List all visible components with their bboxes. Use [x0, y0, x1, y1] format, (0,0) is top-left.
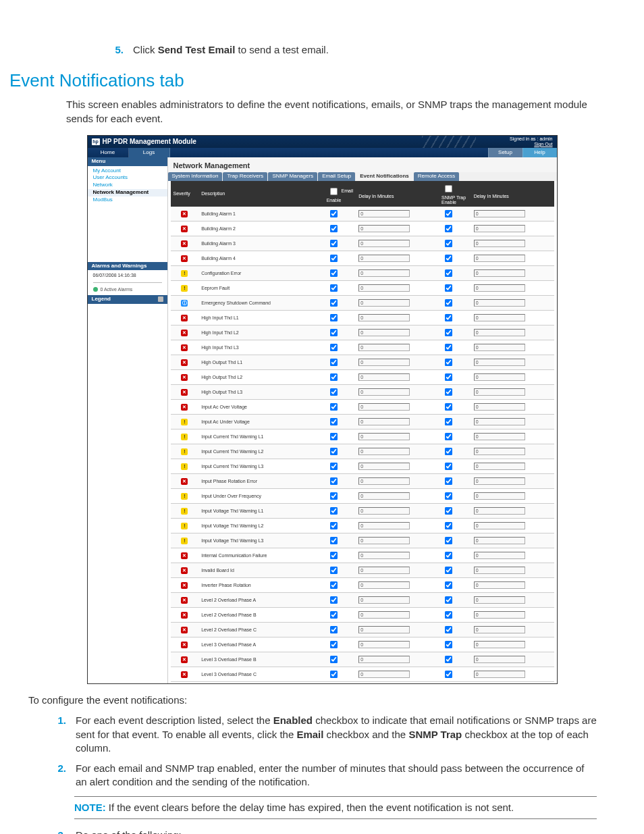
sidebar-item-network[interactable]: Network: [88, 182, 167, 189]
email-enable-checkbox[interactable]: [330, 433, 338, 440]
email-delay-input[interactable]: 0: [358, 626, 410, 633]
email-enable-checkbox[interactable]: [330, 403, 338, 411]
snmp-delay-input[interactable]: 0: [474, 537, 525, 544]
email-enable-checkbox[interactable]: [330, 373, 338, 381]
tab-help[interactable]: Help: [522, 148, 557, 157]
email-delay-input[interactable]: 0: [358, 344, 410, 351]
snmp-enable-checkbox[interactable]: [445, 225, 452, 232]
email-enable-checkbox[interactable]: [330, 240, 338, 247]
email-enable-checkbox[interactable]: [330, 388, 338, 396]
email-enable-checkbox[interactable]: [330, 507, 338, 515]
email-enable-checkbox[interactable]: [330, 626, 338, 633]
snmp-enable-checkbox[interactable]: [445, 656, 452, 663]
email-delay-input[interactable]: 0: [358, 373, 410, 381]
snmp-delay-input[interactable]: 0: [474, 344, 525, 351]
email-enable-checkbox[interactable]: [330, 344, 338, 351]
tab-setup[interactable]: Setup: [488, 148, 522, 157]
email-delay-input[interactable]: 0: [358, 507, 410, 515]
email-delay-input[interactable]: 0: [358, 596, 410, 604]
email-enable-checkbox[interactable]: [330, 656, 338, 663]
email-delay-input[interactable]: 0: [358, 448, 410, 455]
email-enable-checkbox[interactable]: [330, 448, 338, 455]
snmp-enable-checkbox[interactable]: [445, 373, 452, 381]
email-enable-checkbox[interactable]: [330, 418, 338, 425]
email-enable-checkbox[interactable]: [330, 581, 338, 589]
subtab-remote-access[interactable]: Remote Access: [414, 172, 460, 181]
snmp-delay-input[interactable]: 0: [474, 269, 525, 277]
snmp-delay-input[interactable]: 0: [474, 492, 525, 500]
email-delay-input[interactable]: 0: [358, 388, 410, 396]
email-enable-checkbox[interactable]: [330, 463, 338, 470]
email-delay-input[interactable]: 0: [358, 210, 410, 217]
email-enable-checkbox[interactable]: [330, 567, 338, 574]
snmp-enable-checkbox[interactable]: [445, 522, 452, 529]
email-enable-checkbox[interactable]: [330, 299, 338, 307]
tab-logs[interactable]: Logs: [129, 148, 170, 157]
snmp-enable-checkbox[interactable]: [445, 463, 452, 470]
snmp-delay-input[interactable]: 0: [474, 403, 525, 411]
snmp-delay-input[interactable]: 0: [474, 477, 525, 485]
email-enable-checkbox[interactable]: [330, 477, 338, 485]
email-delay-input[interactable]: 0: [358, 611, 410, 619]
snmp-delay-input[interactable]: 0: [474, 284, 525, 292]
email-enable-checkbox[interactable]: [330, 537, 338, 544]
collapse-icon[interactable]: [158, 296, 163, 302]
snmp-enable-checkbox[interactable]: [445, 596, 452, 604]
snmp-enable-checkbox[interactable]: [445, 641, 452, 648]
tab-home[interactable]: Home: [88, 148, 129, 157]
email-delay-input[interactable]: 0: [358, 255, 410, 262]
snmp-enable-checkbox[interactable]: [445, 626, 452, 633]
email-enable-checkbox[interactable]: [330, 255, 338, 262]
sidebar-item-network-mgmt[interactable]: Network Management: [88, 189, 167, 197]
snmp-delay-input[interactable]: 0: [474, 418, 525, 425]
email-delay-input[interactable]: 0: [358, 225, 410, 232]
snmp-enable-checkbox[interactable]: [445, 671, 452, 678]
snmp-delay-input[interactable]: 0: [474, 240, 525, 247]
email-enable-checkbox[interactable]: [330, 269, 338, 277]
snmp-delay-input[interactable]: 0: [474, 507, 525, 515]
email-enable-checkbox[interactable]: [330, 671, 338, 678]
snmp-delay-input[interactable]: 0: [474, 359, 525, 366]
email-delay-input[interactable]: 0: [358, 492, 410, 500]
sidebar-item-modbus[interactable]: ModBus: [88, 197, 167, 204]
email-delay-input[interactable]: 0: [358, 418, 410, 425]
email-delay-input[interactable]: 0: [358, 299, 410, 307]
snmp-enable-checkbox[interactable]: [445, 567, 452, 574]
snmp-enable-checkbox[interactable]: [445, 507, 452, 515]
email-delay-input[interactable]: 0: [358, 567, 410, 574]
email-delay-input[interactable]: 0: [358, 359, 410, 366]
snmp-delay-input[interactable]: 0: [474, 373, 525, 381]
email-delay-input[interactable]: 0: [358, 240, 410, 247]
email-enable-checkbox[interactable]: [330, 522, 338, 529]
snmp-delay-input[interactable]: 0: [474, 656, 525, 663]
snmp-delay-input[interactable]: 0: [474, 255, 525, 262]
snmp-enable-checkbox[interactable]: [445, 240, 452, 247]
snmp-enable-checkbox[interactable]: [445, 611, 452, 619]
email-enable-checkbox[interactable]: [330, 611, 338, 619]
snmp-master-checkbox[interactable]: [445, 185, 452, 192]
snmp-delay-input[interactable]: 0: [474, 314, 525, 321]
snmp-enable-checkbox[interactable]: [445, 359, 452, 366]
snmp-enable-checkbox[interactable]: [445, 492, 452, 500]
snmp-enable-checkbox[interactable]: [445, 344, 452, 351]
email-delay-input[interactable]: 0: [358, 477, 410, 485]
snmp-enable-checkbox[interactable]: [445, 329, 452, 336]
snmp-delay-input[interactable]: 0: [474, 299, 525, 307]
email-delay-input[interactable]: 0: [358, 552, 410, 559]
snmp-delay-input[interactable]: 0: [474, 522, 525, 529]
email-enable-checkbox[interactable]: [330, 641, 338, 648]
subtab-email-setup[interactable]: Email Setup: [318, 172, 355, 181]
snmp-enable-checkbox[interactable]: [445, 581, 452, 589]
snmp-delay-input[interactable]: 0: [474, 329, 525, 336]
sidebar-item-my-account[interactable]: My Account: [88, 167, 167, 175]
email-delay-input[interactable]: 0: [358, 269, 410, 277]
snmp-enable-checkbox[interactable]: [445, 210, 452, 217]
email-delay-input[interactable]: 0: [358, 329, 410, 336]
snmp-enable-checkbox[interactable]: [445, 388, 452, 396]
snmp-delay-input[interactable]: 0: [474, 671, 525, 678]
email-enable-checkbox[interactable]: [330, 492, 338, 500]
email-delay-input[interactable]: 0: [358, 433, 410, 440]
snmp-delay-input[interactable]: 0: [474, 552, 525, 559]
snmp-delay-input[interactable]: 0: [474, 626, 525, 633]
email-delay-input[interactable]: 0: [358, 671, 410, 678]
